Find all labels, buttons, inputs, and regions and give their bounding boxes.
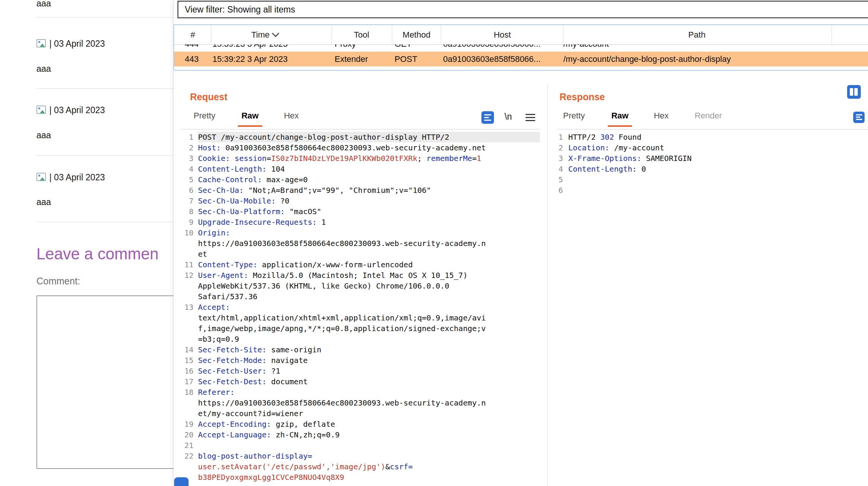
code-line[interactable]: 2Host: 0a91003603e858f580664ec800230093.… [181, 142, 540, 153]
code-line[interactable]: 10Origin: https://0a91003603e858f580664e… [181, 227, 540, 259]
code-line[interactable]: 11Content-Type: application/x-www-form-u… [181, 259, 540, 270]
code-text: Content-Length: 104 [198, 164, 540, 174]
post-title: aaa [36, 0, 51, 9]
code-line[interactable]: 4Content-Length: 104 [181, 164, 540, 174]
code-text: Sec-Fetch-User: ?1 [198, 366, 540, 376]
line-number: 3 [557, 153, 565, 164]
line-number: 2 [557, 142, 565, 153]
comment-textarea[interactable] [36, 295, 173, 469]
code-line[interactable]: 13Accept: text/html,application/xhtml+xm… [181, 302, 540, 344]
code-line[interactable]: 16Sec-Fetch-User: ?1 [181, 366, 540, 376]
code-text: POST /my-account/change-blog-post-author… [198, 132, 540, 142]
line-number: 5 [181, 174, 198, 185]
column-header-number[interactable]: # [190, 25, 195, 44]
code-line[interactable]: 6 [557, 185, 868, 196]
code-text: Sec-Ch-Ua-Mobile: ?0 [198, 196, 540, 206]
divider [36, 17, 173, 17]
code-line[interactable]: 1POST /my-account/change-blog-post-autho… [181, 132, 540, 142]
tab-response-pretty[interactable]: Pretty [563, 111, 585, 121]
column-header-path[interactable]: Path [688, 25, 705, 44]
column-header-time[interactable]: Time [251, 25, 278, 44]
comment-section-heading: Leave a commen [36, 245, 159, 263]
line-number: 10 [181, 227, 198, 259]
view-filter-bar[interactable]: View filter: Showing all items [178, 1, 868, 18]
code-line[interactable]: 1HTTP/2 302 Found [557, 132, 868, 142]
table-row-selected[interactable]: 443 15:39:22 3 Apr 2023 Extender POST 0a… [174, 52, 868, 66]
floating-action-button[interactable] [174, 477, 189, 486]
tab-response-hex[interactable]: Hex [654, 111, 668, 121]
line-number: 20 [181, 429, 198, 440]
code-text: Sec-Fetch-Site: same-origin [198, 344, 540, 355]
code-line[interactable]: 18Referer: https://0a91003603e858f580664… [181, 387, 540, 419]
column-header-host[interactable]: Host [494, 25, 511, 44]
code-line[interactable]: 5Cache-Control: max-age=0 [181, 174, 540, 185]
line-number: 1 [181, 132, 198, 142]
post-date: | 03 April 2023 [49, 39, 105, 49]
code-line[interactable]: 2Location: /my-account [557, 142, 868, 153]
request-editor[interactable]: 1POST /my-account/change-blog-post-autho… [181, 132, 540, 486]
code-line[interactable]: 9Upgrade-Insecure-Requests: 1 [181, 217, 540, 227]
code-line[interactable]: 22blog-post-author-display= user.setAvat… [181, 451, 540, 483]
code-line[interactable]: 20Accept-Language: zh-CN,zh;q=0.9 [181, 429, 540, 440]
line-number: 5 [557, 174, 565, 185]
tabs-separator [181, 129, 540, 129]
response-editor[interactable]: 1HTTP/2 302 Found2Location: /my-account3… [557, 132, 868, 486]
show-newlines-toggle[interactable]: \n [505, 112, 512, 122]
code-line[interactable]: 12User-Agent: Mozilla/5.0 (Macintosh; In… [181, 270, 540, 302]
active-tab-underline [238, 125, 262, 127]
code-text: Host: 0a91003603e858f580664ec800230093.w… [198, 142, 540, 153]
code-line[interactable]: 6Sec-Ch-Ua: "Not;A=Brand";v="99", "Chrom… [181, 185, 540, 196]
comment-field-label: Comment: [36, 276, 80, 287]
table-row[interactable]: 444 15:39:23 3 Apr 2023 Proxy GET 0a9100… [174, 44, 868, 52]
code-line[interactable]: 17Sec-Fetch-Dest: document [181, 376, 540, 387]
divider [36, 222, 173, 222]
tab-request-pretty[interactable]: Pretty [193, 111, 215, 121]
format-lines-icon[interactable] [481, 111, 494, 124]
code-text [565, 174, 868, 185]
broken-image-icon [36, 173, 46, 181]
burp-window: View filter: Showing all items # Time To… [173, 0, 868, 486]
code-line[interactable]: 3X-Frame-Options: SAMEORIGIN [557, 153, 868, 164]
request-panel-title: Request [190, 92, 228, 103]
column-header-tool[interactable]: Tool [354, 25, 369, 44]
code-line[interactable]: 5 [557, 174, 868, 185]
code-text: Sec-Ch-Ua: "Not;A=Brand";v="99", "Chromi… [198, 185, 540, 196]
menu-hamburger-icon[interactable] [525, 114, 535, 123]
panel-divider[interactable] [547, 84, 548, 486]
code-text: Accept-Encoding: gzip, deflate [198, 419, 540, 429]
code-line[interactable]: 3Cookie: session=IS0z7bIN4DzLYDe19APlKKW… [181, 153, 540, 164]
code-text: blog-post-author-display= user.setAvatar… [198, 451, 540, 483]
browser-pane: aaa | 03 April 2023 aaa | 03 April 2023 … [0, 0, 173, 486]
code-text: Sec-Ch-Ua-Platform: "macOS" [198, 206, 540, 217]
code-line[interactable]: 7Sec-Ch-Ua-Mobile: ?0 [181, 196, 540, 206]
code-text: Upgrade-Insecure-Requests: 1 [198, 217, 540, 227]
split-columns-icon[interactable] [847, 85, 861, 99]
line-number: 14 [181, 344, 198, 355]
broken-image-icon [36, 106, 46, 114]
column-header-method[interactable]: Method [403, 25, 430, 44]
code-line[interactable]: 21 [181, 440, 540, 451]
code-line[interactable]: 15Sec-Fetch-Mode: navigate [181, 355, 540, 366]
code-text: Accept-Language: zh-CN,zh;q=0.9 [198, 429, 540, 440]
code-line[interactable]: 8Sec-Ch-Ua-Platform: "macOS" [181, 206, 540, 217]
code-line[interactable]: 19Accept-Encoding: gzip, deflate [181, 419, 540, 429]
code-text [198, 440, 540, 451]
code-text: Sec-Fetch-Dest: document [198, 376, 540, 387]
time-sort-chevron-down-icon [272, 30, 280, 37]
post-title: aaa [36, 64, 51, 74]
line-number: 18 [181, 387, 198, 419]
line-number: 4 [181, 164, 198, 174]
format-lines-icon[interactable] [853, 112, 865, 123]
line-number: 1 [557, 132, 565, 142]
code-text: User-Agent: Mozilla/5.0 (Macintosh; Inte… [198, 270, 540, 302]
tab-request-raw[interactable]: Raw [241, 111, 258, 121]
code-line[interactable]: 4Content-Length: 0 [557, 164, 868, 174]
code-text: Origin: https://0a91003603e858f580664ec8… [198, 227, 540, 259]
code-line[interactable]: 14Sec-Fetch-Site: same-origin [181, 344, 540, 355]
line-number: 6 [181, 185, 198, 196]
tab-response-render[interactable]: Render [695, 111, 722, 121]
line-number: 13 [181, 302, 198, 344]
divider [36, 88, 173, 89]
tab-response-raw[interactable]: Raw [611, 111, 628, 121]
tab-request-hex[interactable]: Hex [284, 111, 299, 121]
